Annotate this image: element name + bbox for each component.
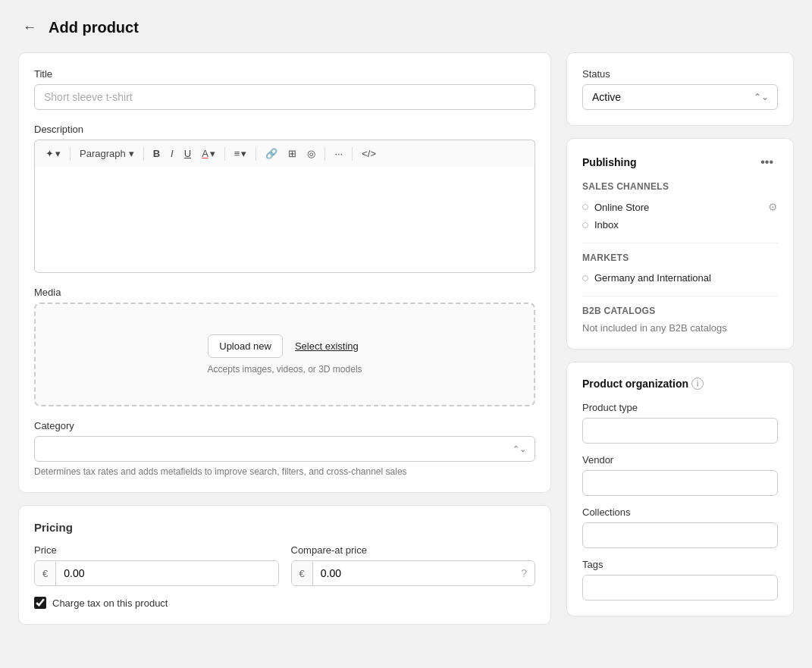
status-card: Status Active Draft Archived ⌃⌄ xyxy=(566,52,794,126)
online-store-dot xyxy=(582,204,588,210)
collections-label: Collections xyxy=(582,506,778,518)
market-dot xyxy=(582,275,588,281)
price-input[interactable] xyxy=(56,561,277,585)
paragraph-chevron: ▾ xyxy=(129,148,134,159)
product-type-group: Product type xyxy=(582,402,778,444)
publishing-card: Publishing ••• Sales channels Online Sto… xyxy=(566,138,794,350)
b2b-catalogs-sublabel: B2B catalogs xyxy=(582,306,778,316)
ai-icon: ✦ xyxy=(45,148,54,159)
title-field-group: Title xyxy=(34,68,535,110)
b2b-text: Not included in any B2B catalogs xyxy=(582,322,778,334)
toolbar-divider-2 xyxy=(143,147,144,161)
code-button[interactable]: </> xyxy=(357,145,381,162)
align-icon: ≡ xyxy=(234,148,240,159)
compare-at-price-field: Compare-at price € ? xyxy=(291,544,536,586)
product-organization-card: Product organization i Product type Vend… xyxy=(566,362,794,616)
online-store-name: Online Store xyxy=(594,202,649,213)
more-options-button[interactable]: ··· xyxy=(330,145,347,162)
align-chevron: ▾ xyxy=(241,148,246,159)
status-select[interactable]: Active Draft Archived xyxy=(582,84,778,110)
embed-button[interactable]: ◎ xyxy=(303,145,320,162)
compare-at-currency: € xyxy=(292,562,313,585)
org-header: Product organization i xyxy=(582,378,778,390)
link-button[interactable]: 🔗 xyxy=(261,145,282,162)
underline-button[interactable]: U xyxy=(180,145,196,162)
color-chevron: ▾ xyxy=(210,148,215,159)
toolbar-divider-3 xyxy=(224,147,225,161)
description-editor[interactable] xyxy=(34,167,535,273)
tags-input[interactable] xyxy=(582,575,778,601)
align-button[interactable]: ≡ ▾ xyxy=(230,145,252,162)
compare-at-price-label: Compare-at price xyxy=(291,544,536,556)
charge-tax-checkbox[interactable] xyxy=(34,597,46,609)
category-select-wrapper xyxy=(34,436,535,462)
org-info-icon[interactable]: i xyxy=(691,378,704,390)
ai-chevron: ▾ xyxy=(55,148,61,159)
channel-inbox: Inbox xyxy=(582,216,778,234)
vendor-input[interactable] xyxy=(582,470,778,496)
toolbar-divider-1 xyxy=(70,147,71,161)
italic-button[interactable]: I xyxy=(166,145,178,162)
compare-at-price-input[interactable] xyxy=(313,561,513,585)
toolbar-divider-6 xyxy=(352,147,353,161)
compare-at-help-icon[interactable]: ? xyxy=(513,561,535,585)
status-label: Status xyxy=(582,68,778,80)
inbox-name: Inbox xyxy=(594,219,619,231)
paragraph-label: Paragraph xyxy=(80,148,126,159)
color-button[interactable]: A ▾ xyxy=(197,145,220,162)
charge-tax-row: Charge tax on this product xyxy=(34,597,535,609)
ai-button[interactable]: ✦ ▾ xyxy=(41,145,65,162)
toolbar-divider-4 xyxy=(256,147,256,161)
category-label: Category xyxy=(34,420,535,431)
sales-channels-sublabel: Sales channels xyxy=(582,181,778,192)
product-type-label: Product type xyxy=(582,402,778,413)
publishing-title: Publishing xyxy=(582,156,637,168)
product-type-input[interactable] xyxy=(582,418,778,444)
market-name: Germany and International xyxy=(594,272,711,284)
compare-at-price-input-wrapper: € ? xyxy=(291,560,536,586)
media-hint: Accepts images, videos, or 3D models xyxy=(51,364,519,375)
category-field-group: Category Determines tax rates and adds m… xyxy=(34,420,535,477)
online-store-settings-icon[interactable]: ⚙ xyxy=(768,201,778,213)
paragraph-dropdown[interactable]: Paragraph ▾ xyxy=(75,145,139,162)
page-header: ← Add product xyxy=(18,18,794,37)
collections-input[interactable] xyxy=(582,522,778,548)
price-label: Price xyxy=(34,544,279,556)
market-germany: Germany and International xyxy=(582,269,778,287)
media-dropzone[interactable]: Upload new Select existing Accepts image… xyxy=(34,303,535,406)
right-column: Status Active Draft Archived ⌃⌄ Publishi… xyxy=(566,52,794,616)
select-existing-button[interactable]: Select existing xyxy=(292,334,362,358)
publishing-more-button[interactable]: ••• xyxy=(756,154,778,171)
toolbar-divider-5 xyxy=(324,147,325,161)
editor-toolbar: ✦ ▾ Paragraph ▾ B I U A xyxy=(34,140,535,167)
title-input[interactable] xyxy=(34,84,535,110)
charge-tax-label: Charge tax on this product xyxy=(52,597,168,609)
pricing-row: Price € Compare-at price € ? xyxy=(34,544,535,586)
publishing-header: Publishing ••• xyxy=(582,154,778,171)
markets-sublabel: Markets xyxy=(582,252,778,263)
collections-group: Collections xyxy=(582,506,778,548)
media-label: Media xyxy=(34,287,535,298)
channel-online-store: Online Store ⚙ xyxy=(582,198,778,216)
price-currency: € xyxy=(35,562,56,585)
color-icon: A xyxy=(202,148,208,159)
pricing-card: Pricing Price € Compare-at price xyxy=(18,505,551,625)
tags-label: Tags xyxy=(582,559,778,570)
page-title: Add product xyxy=(49,19,139,36)
publishing-divider-2 xyxy=(582,296,778,296)
vendor-group: Vendor xyxy=(582,454,778,496)
bold-button[interactable]: B xyxy=(149,145,165,162)
vendor-label: Vendor xyxy=(582,454,778,466)
main-product-card: Title Description ✦ ▾ Paragraph xyxy=(18,52,551,493)
back-button[interactable]: ← xyxy=(18,18,41,37)
status-select-wrapper: Active Draft Archived ⌃⌄ xyxy=(582,84,778,110)
publishing-divider-1 xyxy=(582,243,778,243)
pricing-label: Pricing xyxy=(34,521,535,534)
price-input-wrapper: € xyxy=(34,560,279,586)
category-hint: Determines tax rates and adds metafields… xyxy=(34,466,535,477)
image-button[interactable]: ⊞ xyxy=(284,145,301,162)
price-field: Price € xyxy=(34,544,279,586)
upload-new-button[interactable]: Upload new xyxy=(208,334,283,358)
category-select[interactable] xyxy=(34,436,535,462)
title-label: Title xyxy=(34,68,535,80)
